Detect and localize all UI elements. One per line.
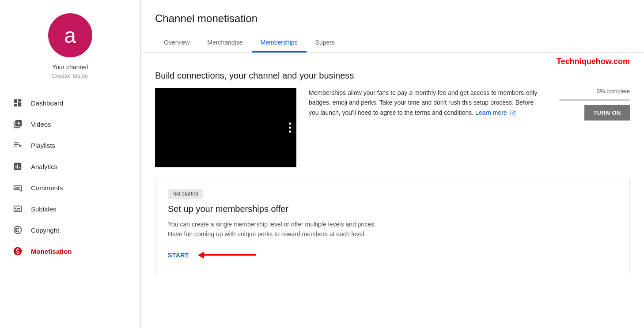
monetisation-icon	[12, 246, 23, 256]
creator-guide-label: Creator Guide	[52, 72, 88, 79]
sidebar-item-videos-label: Videos	[31, 121, 51, 128]
progress-label: 0% complete	[597, 88, 630, 94]
setup-description: You can create a single membership level…	[168, 219, 617, 239]
sidebar-item-playlists[interactable]: Playlists	[0, 135, 140, 156]
watermark: Techniquehow.com	[141, 53, 644, 71]
sidebar-item-dashboard-label: Dashboard	[31, 99, 63, 107]
sidebar-item-comments-label: Comments	[31, 184, 63, 192]
setup-section: Not started Set up your memberships offe…	[155, 178, 630, 273]
sidebar-item-monetisation[interactable]: Monetisation	[0, 241, 140, 262]
avatar: a	[48, 13, 92, 57]
build-description: Memberships allow your fans to pay a mon…	[309, 88, 538, 117]
sidebar-item-copyright[interactable]: Copyright	[0, 219, 140, 241]
progress-turn-on: 0% complete TURN ON	[550, 88, 630, 121]
arrow-decoration	[198, 252, 256, 259]
not-started-badge: Not started	[168, 189, 203, 199]
sidebar-item-playlists-label: Playlists	[31, 142, 55, 149]
build-title: Build connections, your channel and your…	[155, 71, 630, 81]
turn-on-button[interactable]: TURN ON	[584, 105, 630, 121]
learn-more-link[interactable]: Learn more	[475, 109, 515, 116]
tab-merchandise[interactable]: Merchandise	[198, 34, 251, 53]
start-button[interactable]: START	[168, 252, 189, 259]
channel-label: Your channel	[52, 64, 88, 71]
comments-icon	[12, 182, 23, 193]
arrow-shaft	[203, 254, 256, 256]
tab-overview[interactable]: Overview	[155, 34, 198, 53]
content-area: Build connections, your channel and your…	[141, 71, 644, 328]
page-header: Channel monetisation Overview Merchandis…	[141, 0, 644, 53]
sidebar-item-dashboard[interactable]: Dashboard	[0, 92, 140, 113]
video-thumbnail	[155, 88, 296, 167]
dashboard-icon	[12, 98, 23, 108]
tabs-bar: Overview Merchandise Memberships Supers	[155, 34, 630, 52]
analytics-icon	[12, 161, 23, 172]
build-body: Memberships allow your fans to pay a mon…	[155, 88, 630, 167]
setup-title: Set up your memberships offer	[168, 204, 617, 214]
video-dots	[289, 123, 291, 133]
sidebar-item-subtitles-label: Subtitles	[31, 205, 57, 213]
sidebar-item-videos[interactable]: Videos	[0, 113, 140, 135]
page-title: Channel monetisation	[155, 12, 630, 25]
videos-icon	[12, 119, 23, 129]
nav-list: Dashboard Videos Playlists Analytics	[0, 92, 140, 262]
playlists-icon	[12, 140, 23, 151]
sidebar-item-comments[interactable]: Comments	[0, 177, 140, 198]
progress-bar	[559, 99, 630, 101]
main-content: Channel monetisation Overview Merchandis…	[140, 0, 644, 328]
sidebar-item-monetisation-label: Monetisation	[31, 248, 72, 255]
sidebar-item-analytics[interactable]: Analytics	[0, 156, 140, 177]
copyright-icon	[12, 225, 23, 235]
subtitles-icon	[12, 204, 23, 214]
tab-supers[interactable]: Supers	[307, 34, 344, 53]
build-section: Build connections, your channel and your…	[155, 71, 630, 167]
sidebar: a Your channel Creator Guide Dashboard V…	[0, 0, 140, 328]
sidebar-item-copyright-label: Copyright	[31, 226, 59, 234]
tab-memberships[interactable]: Memberships	[252, 34, 307, 53]
sidebar-item-subtitles[interactable]: Subtitles	[0, 198, 140, 219]
sidebar-item-analytics-label: Analytics	[31, 163, 57, 170]
start-row: START	[168, 252, 617, 259]
